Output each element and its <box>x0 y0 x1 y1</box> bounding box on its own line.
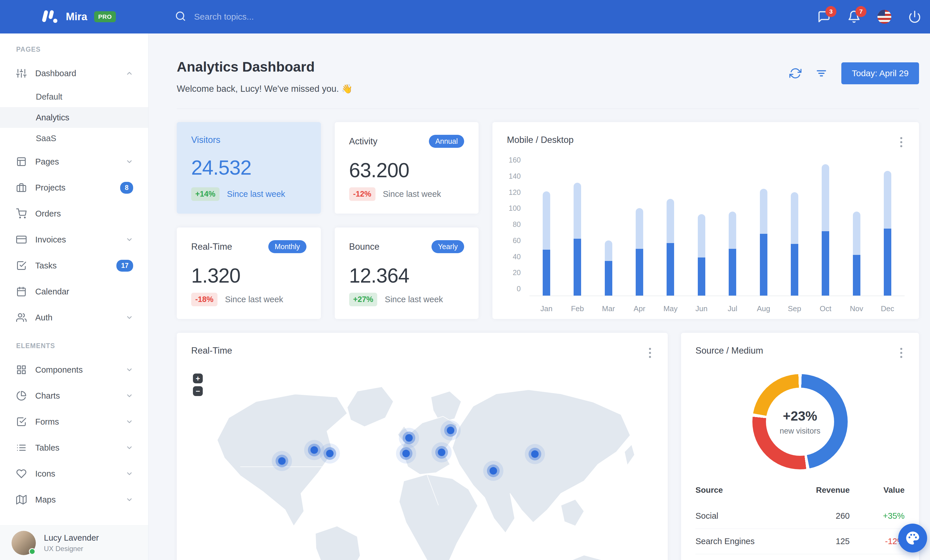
delta-badge: +14% <box>191 187 220 201</box>
map-marker[interactable] <box>490 467 497 474</box>
x-tick-label: Aug <box>757 304 770 313</box>
sidebar-item-orders[interactable]: Orders <box>0 201 148 227</box>
brand[interactable]: Mira PRO <box>40 8 116 26</box>
mobile-segment <box>884 229 891 296</box>
pro-badge: PRO <box>94 11 116 22</box>
cell-value: +46% <box>850 554 905 560</box>
sliders-icon <box>16 68 26 78</box>
sidebar-item-label: Tables <box>35 443 60 453</box>
messages-button[interactable]: 3 <box>818 10 831 23</box>
cell-value: +35% <box>850 503 905 529</box>
y-tick-label: 60 <box>513 237 521 244</box>
bar-group-may: May <box>667 160 674 313</box>
sidebar-section-mira-pro: MIRA PRO <box>0 512 148 525</box>
stat-caption: Since last week <box>383 189 441 199</box>
date-button[interactable]: Today: April 29 <box>841 62 919 84</box>
cell-revenue: 164 <box>794 554 850 560</box>
map-marker[interactable] <box>405 434 413 442</box>
map-marker[interactable] <box>278 457 286 465</box>
x-tick-label: May <box>664 304 677 313</box>
users-icon <box>16 312 26 323</box>
x-tick-label: Jan <box>540 304 553 313</box>
list-icon <box>16 442 26 453</box>
online-status-dot <box>29 548 35 555</box>
language-flag-us-icon[interactable] <box>878 10 891 24</box>
delta-badge: -18% <box>191 293 217 306</box>
chart-kebab-menu-icon[interactable] <box>898 135 905 150</box>
stat-value: 12.364 <box>349 264 464 287</box>
sidebar-section-pages: PAGES <box>0 38 148 60</box>
map-marker[interactable] <box>531 450 539 458</box>
sidebar-subitem-default[interactable]: Default <box>0 86 148 107</box>
chevron-down-icon <box>126 314 133 321</box>
sidebar-item-label: Forms <box>35 417 59 427</box>
chart-bar <box>698 160 705 296</box>
x-tick-label: Sep <box>788 304 801 313</box>
shopping-cart-icon <box>16 209 26 219</box>
stat-caption: Since last week <box>385 295 443 304</box>
period-pill[interactable]: Monthly <box>268 240 306 253</box>
avatar <box>12 531 36 555</box>
logout-button[interactable] <box>908 10 921 23</box>
sidebar-item-tasks[interactable]: Tasks17 <box>0 253 148 279</box>
pie-chart-icon <box>16 391 26 401</box>
sidebar-item-calendar[interactable]: Calendar <box>0 279 148 305</box>
stat-title: Activity <box>349 136 377 147</box>
period-pill[interactable]: Yearly <box>431 240 464 253</box>
sidebar-item-maps[interactable]: Maps <box>0 487 148 512</box>
x-tick-label: Apr <box>634 304 645 313</box>
sidebar-item-components[interactable]: Components <box>0 357 148 383</box>
notifications-button[interactable]: 7 <box>847 10 861 23</box>
period-pill[interactable]: Annual <box>429 135 464 148</box>
briefcase-icon <box>16 183 26 193</box>
stat-title: Bounce <box>349 242 379 252</box>
sidebar-item-projects[interactable]: Projects8 <box>0 175 148 201</box>
chevron-down-icon <box>126 496 133 503</box>
zoom-in-button[interactable]: + <box>193 374 203 384</box>
sidebar-item-dashboard[interactable]: Dashboard <box>0 60 148 86</box>
map-marker[interactable] <box>438 449 445 456</box>
map-marker[interactable] <box>402 450 410 457</box>
col-source: Source <box>696 482 794 503</box>
mobile-segment <box>636 249 643 296</box>
bar-chart-y-axis: 160140120100806040200 <box>507 156 530 292</box>
search-input[interactable] <box>194 12 379 21</box>
sidebar-item-forms[interactable]: Forms <box>0 409 148 435</box>
refresh-button[interactable] <box>789 67 801 80</box>
desktop-segment <box>574 183 581 239</box>
mobile-segment <box>605 261 612 296</box>
sidebar-user[interactable]: Lucy Lavender UX Designer <box>0 525 148 560</box>
cell-revenue: 125 <box>794 529 850 554</box>
sidebar-item-auth[interactable]: Auth <box>0 305 148 330</box>
sidebar-item-invoices[interactable]: Invoices <box>0 227 148 253</box>
sidebar-item-tables[interactable]: Tables <box>0 435 148 461</box>
sidebar-subitem-analytics[interactable]: Analytics <box>0 107 148 128</box>
stat-value: 1.320 <box>191 264 306 287</box>
stat-caption: Since last week <box>227 189 285 199</box>
map-marker[interactable] <box>326 450 334 457</box>
sidebar-item-icons[interactable]: Icons <box>0 461 148 487</box>
map-marker[interactable] <box>447 427 454 434</box>
calendar-icon <box>16 286 26 297</box>
sidebar-item-charts[interactable]: Charts <box>0 383 148 409</box>
map-kebab-menu-icon[interactable] <box>647 345 653 360</box>
sidebar-item-pages[interactable]: Pages <box>0 149 148 175</box>
filter-button[interactable] <box>815 67 827 80</box>
chart-bar <box>884 160 891 296</box>
chevron-down-icon <box>126 236 133 243</box>
check-square-icon <box>16 260 26 271</box>
desktop-segment <box>760 189 767 234</box>
source-table: Source Revenue Value Social260+35%Search… <box>696 482 905 560</box>
theme-settings-button[interactable] <box>898 524 927 552</box>
col-revenue: Revenue <box>794 482 850 503</box>
x-tick-label: Feb <box>571 304 584 313</box>
source-kebab-menu-icon[interactable] <box>898 345 905 360</box>
sidebar-subitem-saas[interactable]: SaaS <box>0 128 148 149</box>
donut-center-value: +23% <box>783 408 818 424</box>
chart-bar <box>667 160 674 296</box>
palette-icon <box>905 530 921 546</box>
map-marker[interactable] <box>311 446 318 454</box>
zoom-out-button[interactable]: − <box>193 386 203 396</box>
table-row-search-engines: Search Engines125-12% <box>696 529 905 554</box>
table-row-social: Social260+35% <box>696 503 905 529</box>
